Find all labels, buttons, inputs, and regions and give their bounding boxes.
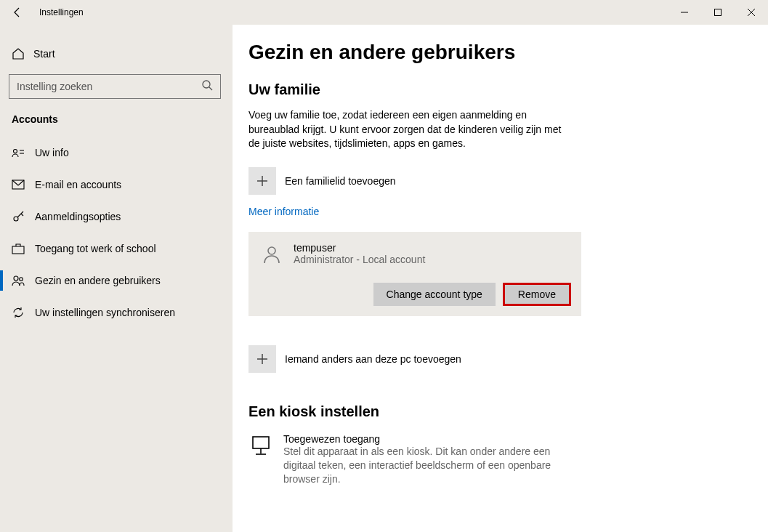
person-card-icon <box>12 146 25 159</box>
search-input[interactable] <box>17 81 201 92</box>
add-other-user[interactable]: Iemand anders aan deze pc toevoegen <box>248 345 746 373</box>
kiosk-heading: Een kiosk instellen <box>248 403 746 420</box>
key-icon <box>12 210 25 223</box>
add-other-label: Iemand anders aan deze pc toevoegen <box>285 353 461 365</box>
svg-line-5 <box>209 87 212 90</box>
sidebar-item-family[interactable]: Gezin en andere gebruikers <box>0 265 233 297</box>
maximize-button[interactable] <box>701 0 735 25</box>
window-title: Instellingen <box>35 7 84 17</box>
avatar-icon <box>259 241 285 267</box>
kiosk-description: Stel dit apparaat in als een kiosk. Dit … <box>283 445 568 486</box>
sidebar-item-label: Toegang tot werk of school <box>35 243 156 254</box>
sidebar-item-work-school[interactable]: Toegang tot werk of school <box>0 233 233 265</box>
kiosk-title: Toegewezen toegang <box>283 433 568 445</box>
user-card[interactable]: tempuser Administrator - Local account C… <box>248 232 581 316</box>
sidebar-item-label: Uw instellingen synchroniseren <box>35 307 175 318</box>
home-link[interactable]: Start <box>0 41 233 67</box>
close-button[interactable] <box>735 0 768 25</box>
sidebar-item-label: Gezin en andere gebruikers <box>35 275 161 286</box>
family-heading: Uw familie <box>248 81 746 98</box>
svg-rect-13 <box>12 246 24 254</box>
sidebar-item-label: Aanmeldingsopties <box>35 211 121 222</box>
svg-point-4 <box>203 81 210 88</box>
content-area: Gezin en andere gebruikers Uw familie Vo… <box>233 25 768 532</box>
mail-icon <box>12 178 25 191</box>
kiosk-row[interactable]: Toegewezen toegang Stel dit apparaat in … <box>248 433 568 486</box>
search-icon <box>201 79 213 94</box>
page-title: Gezin en andere gebruikers <box>248 41 746 64</box>
sidebar-item-email[interactable]: E-mail en accounts <box>0 169 233 201</box>
user-subtitle: Administrator - Local account <box>294 254 425 265</box>
sidebar: Start Accounts Uw info E-mail en account… <box>0 25 233 532</box>
more-info-link[interactable]: Meer informatie <box>248 206 319 217</box>
search-box[interactable] <box>9 74 221 99</box>
sidebar-item-label: Uw info <box>35 147 69 158</box>
svg-point-18 <box>268 247 275 254</box>
svg-line-12 <box>21 214 23 216</box>
svg-line-11 <box>17 211 23 217</box>
change-account-type-button[interactable]: Change account type <box>373 283 496 306</box>
svg-point-15 <box>20 278 23 281</box>
add-family-label: Een familielid toevoegen <box>285 175 396 187</box>
sync-icon <box>12 306 25 319</box>
svg-point-14 <box>14 276 18 281</box>
svg-rect-1 <box>715 9 721 16</box>
briefcase-icon <box>12 242 25 255</box>
home-icon <box>12 47 25 60</box>
minimize-button[interactable] <box>668 0 701 25</box>
add-family-member[interactable]: Een familielid toevoegen <box>248 167 746 195</box>
section-title: Accounts <box>0 113 233 137</box>
back-button[interactable] <box>0 0 35 25</box>
remove-button[interactable]: Remove <box>503 283 571 306</box>
svg-rect-21 <box>253 437 269 448</box>
home-label: Start <box>33 48 55 60</box>
family-description: Voeg uw familie toe, zodat iedereen een … <box>248 108 568 151</box>
sidebar-item-signin-options[interactable]: Aanmeldingsopties <box>0 201 233 233</box>
plus-icon <box>248 345 276 373</box>
people-icon <box>12 274 25 287</box>
titlebar: Instellingen <box>0 0 768 25</box>
user-name: tempuser <box>294 242 425 254</box>
sidebar-item-sync[interactable]: Uw instellingen synchroniseren <box>0 297 233 329</box>
sidebar-item-label: E-mail en accounts <box>35 179 121 190</box>
kiosk-monitor-icon <box>248 433 273 458</box>
svg-point-6 <box>14 150 17 153</box>
plus-icon <box>248 167 276 195</box>
sidebar-item-your-info[interactable]: Uw info <box>0 137 233 169</box>
